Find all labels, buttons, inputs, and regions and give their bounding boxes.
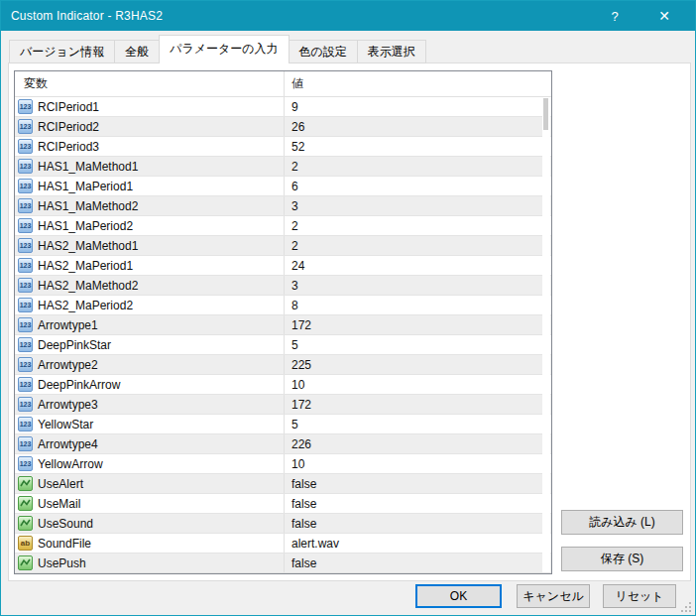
table-row[interactable]: 123HAS1_MaMethod23 — [15, 196, 551, 216]
vertical-scrollbar[interactable] — [542, 97, 550, 572]
parameter-name: HAS2_MaPeriod1 — [38, 259, 133, 273]
parameter-value-cell[interactable]: 3 — [284, 276, 551, 295]
integer-icon: 123 — [18, 357, 33, 372]
save-button[interactable]: 保存 (S) — [561, 547, 683, 571]
table-row[interactable]: 123HAS1_MaMethod12 — [15, 157, 551, 177]
parameter-value-cell[interactable]: 6 — [284, 177, 551, 195]
parameter-name: HAS1_MaPeriod2 — [38, 219, 133, 233]
column-header-value: 値 — [284, 71, 551, 96]
table-row[interactable]: UseSoundfalse — [15, 514, 551, 534]
parameter-name-cell: 123DeepPinkArrow — [15, 375, 284, 394]
table-row[interactable]: 123Arrowtype4226 — [15, 434, 551, 454]
parameter-name-cell: UseMail — [15, 494, 284, 513]
table-row[interactable]: 123HAS2_MaPeriod124 — [15, 256, 551, 276]
parameter-name: RCIPeriod3 — [38, 140, 99, 154]
table-row[interactable]: 123Arrowtype3172 — [15, 395, 551, 415]
parameters-table: 変数 値 123RCIPeriod19123RCIPeriod226123RCI… — [14, 70, 552, 574]
table-row[interactable]: 123RCIPeriod226 — [15, 117, 551, 137]
parameter-value-cell[interactable]: 2 — [284, 157, 551, 176]
parameter-name-cell: UseAlert — [15, 474, 284, 493]
tab-colors[interactable]: 色の設定 — [289, 40, 358, 63]
parameter-name-cell: 123Arrowtype3 — [15, 395, 284, 414]
scrollbar-thumb[interactable] — [543, 98, 548, 130]
parameter-name: Arrowtype3 — [38, 398, 98, 412]
parameter-value-cell[interactable]: 26 — [284, 117, 551, 136]
tab-visualization[interactable]: 表示選択 — [357, 40, 426, 63]
tab-version-info[interactable]: バージョン情報 — [9, 40, 115, 63]
table-row[interactable]: 123HAS2_MaMethod23 — [15, 276, 551, 296]
boolean-icon — [18, 496, 33, 511]
load-button[interactable]: 読み込み (L) — [561, 510, 683, 535]
table-row[interactable]: 123RCIPeriod19 — [15, 97, 551, 117]
table-row[interactable]: 123HAS1_MaPeriod16 — [15, 177, 551, 196]
parameter-name: YellowStar — [38, 418, 93, 431]
ok-button[interactable]: OK — [415, 584, 502, 608]
parameter-name-cell: 123HAS2_MaMethod1 — [15, 236, 284, 255]
parameter-name: Arrowtype1 — [38, 318, 98, 332]
parameter-value-cell[interactable]: 226 — [284, 434, 551, 453]
tab-common[interactable]: 全般 — [114, 40, 160, 63]
integer-icon: 123 — [18, 218, 33, 233]
parameter-name: RCIPeriod2 — [38, 120, 99, 134]
table-row[interactable]: 123HAS2_MaMethod12 — [15, 236, 551, 256]
parameter-value-cell[interactable]: 10 — [284, 375, 551, 394]
help-icon[interactable]: ? — [592, 1, 638, 31]
table-row[interactable]: abSoundFilealert.wav — [15, 534, 551, 554]
parameter-value-cell[interactable]: 172 — [284, 315, 551, 334]
parameter-name-cell: 123YellowArrow — [15, 454, 284, 473]
parameter-name: HAS1_MaMethod1 — [38, 160, 138, 174]
window-title: Custom Indicator - R3HAS2 — [1, 9, 163, 23]
parameter-value-cell[interactable]: 24 — [284, 256, 551, 275]
integer-icon: 123 — [18, 139, 33, 154]
table-row[interactable]: 123RCIPeriod352 — [15, 137, 551, 157]
integer-icon: 123 — [18, 198, 33, 213]
table-row[interactable]: 123DeepPinkStar5 — [15, 335, 551, 355]
parameter-value-cell[interactable]: false — [284, 514, 551, 533]
parameter-name: HAS1_MaMethod2 — [38, 199, 138, 213]
table-row[interactable]: 123HAS1_MaPeriod22 — [15, 216, 551, 236]
parameter-value-cell[interactable]: alert.wav — [284, 534, 551, 553]
title-bar[interactable]: Custom Indicator - R3HAS2 ? ✕ — [1, 1, 696, 31]
integer-icon: 123 — [18, 179, 33, 193]
table-row[interactable]: 123Arrowtype1172 — [15, 315, 551, 335]
parameter-name-cell: 123Arrowtype2 — [15, 355, 284, 374]
parameter-name-cell: 123YellowStar — [15, 415, 284, 433]
table-row[interactable]: 123YellowArrow10 — [15, 454, 551, 474]
integer-icon: 123 — [18, 337, 33, 352]
parameter-name-cell: 123DeepPinkStar — [15, 335, 284, 354]
integer-icon: 123 — [18, 456, 33, 471]
parameter-value-cell[interactable]: false — [284, 494, 551, 513]
table-row[interactable]: 123HAS2_MaPeriod28 — [15, 296, 551, 315]
parameter-value-cell[interactable]: 10 — [284, 454, 551, 473]
parameter-value-cell[interactable]: 172 — [284, 395, 551, 414]
parameter-name-cell: 123HAS2_MaPeriod1 — [15, 256, 284, 275]
parameter-value-cell[interactable]: 8 — [284, 296, 551, 314]
table-row[interactable]: UsePushfalse — [15, 554, 551, 573]
tab-inputs[interactable]: パラメーターの入力 — [159, 35, 289, 63]
reset-button[interactable]: リセット — [603, 584, 676, 608]
parameter-value-cell[interactable]: false — [284, 554, 551, 572]
parameter-value-cell[interactable]: 9 — [284, 97, 551, 116]
parameter-value-cell[interactable]: 2 — [284, 216, 551, 235]
string-icon: ab — [18, 536, 33, 551]
parameter-value-cell[interactable]: false — [284, 474, 551, 493]
parameter-value-cell[interactable]: 3 — [284, 196, 551, 215]
cancel-button[interactable]: キャンセル — [517, 584, 590, 608]
parameter-name-cell: 123HAS2_MaMethod2 — [15, 276, 284, 295]
close-icon[interactable]: ✕ — [641, 1, 687, 31]
parameter-value-cell[interactable]: 5 — [284, 415, 551, 433]
table-row[interactable]: 123YellowStar5 — [15, 415, 551, 434]
parameter-name: RCIPeriod1 — [38, 100, 99, 114]
parameter-value-cell[interactable]: 5 — [284, 335, 551, 354]
parameter-value-cell[interactable]: 2 — [284, 236, 551, 255]
parameter-name: HAS2_MaMethod2 — [38, 279, 138, 293]
parameter-name: HAS2_MaPeriod2 — [38, 299, 133, 312]
resize-grip-icon[interactable] — [680, 601, 692, 613]
table-row[interactable]: 123DeepPinkArrow10 — [15, 375, 551, 395]
parameter-name-cell: 123RCIPeriod2 — [15, 117, 284, 136]
table-row[interactable]: UseAlertfalse — [15, 474, 551, 494]
table-row[interactable]: UseMailfalse — [15, 494, 551, 514]
parameter-value-cell[interactable]: 225 — [284, 355, 551, 374]
table-row[interactable]: 123Arrowtype2225 — [15, 355, 551, 375]
parameter-value-cell[interactable]: 52 — [284, 137, 551, 156]
